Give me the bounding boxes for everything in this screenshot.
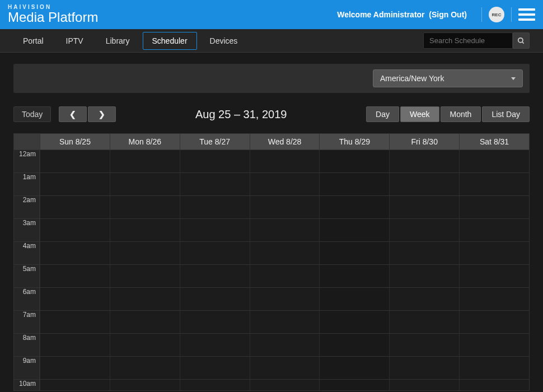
search-button[interactable] (513, 32, 530, 49)
calendar-cell[interactable] (319, 357, 389, 379)
calendar-cell[interactable] (180, 219, 250, 241)
calendar-cell[interactable] (180, 196, 250, 218)
day-header: Fri 8/30 (389, 134, 459, 150)
calendar-cell[interactable] (389, 150, 459, 172)
calendar-cell[interactable] (40, 173, 110, 195)
calendar-cell[interactable] (110, 242, 180, 264)
calendar-cell[interactable] (40, 357, 110, 379)
calendar-cell[interactable] (40, 242, 110, 264)
calendar-cell[interactable] (180, 265, 250, 287)
calendar-cell[interactable] (110, 173, 180, 195)
calendar-cell[interactable] (180, 288, 250, 310)
calendar-cell[interactable] (250, 288, 320, 310)
calendar-cell[interactable] (459, 311, 529, 333)
calendar-cell[interactable] (319, 334, 389, 356)
calendar-cell[interactable] (319, 380, 389, 390)
calendar-cell[interactable] (40, 265, 110, 287)
calendar-cell[interactable] (180, 311, 250, 333)
calendar-cell[interactable] (180, 380, 250, 390)
hour-row: 5am (14, 264, 529, 287)
calendar-cell[interactable] (459, 150, 529, 172)
calendar-cell[interactable] (40, 380, 110, 390)
calendar-cell[interactable] (319, 242, 389, 264)
calendar-cell[interactable] (459, 196, 529, 218)
calendar-cell[interactable] (319, 219, 389, 241)
calendar-cell[interactable] (389, 288, 459, 310)
calendar-cell[interactable] (40, 150, 110, 172)
calendar-cell[interactable] (180, 334, 250, 356)
calendar-cell[interactable] (250, 311, 320, 333)
timezone-select[interactable]: America/New York (373, 69, 523, 87)
calendar-cell[interactable] (40, 288, 110, 310)
nav-tab-devices[interactable]: Devices (200, 32, 247, 50)
calendar-cell[interactable] (459, 357, 529, 379)
calendar-cell[interactable] (110, 380, 180, 390)
calendar-cell[interactable] (250, 150, 320, 172)
calendar-cell[interactable] (459, 173, 529, 195)
calendar-cell[interactable] (319, 311, 389, 333)
calendar-cell[interactable] (40, 196, 110, 218)
calendar-cell[interactable] (319, 196, 389, 218)
calendar-cell[interactable] (459, 380, 529, 390)
nav-tab-portal[interactable]: Portal (13, 32, 53, 50)
calendar-cell[interactable] (250, 380, 320, 390)
rec-badge[interactable]: REC (489, 7, 504, 22)
calendar-cell[interactable] (459, 219, 529, 241)
calendar-cell[interactable] (250, 265, 320, 287)
calendar-cell[interactable] (110, 219, 180, 241)
calendar-cell[interactable] (180, 357, 250, 379)
nav-tab-scheduler[interactable]: Scheduler (143, 32, 197, 50)
calendar-cell[interactable] (110, 196, 180, 218)
calendar-cell[interactable] (250, 334, 320, 356)
view-button-week[interactable]: Week (400, 106, 439, 122)
calendar-cell[interactable] (250, 196, 320, 218)
calendar-cell[interactable] (389, 173, 459, 195)
calendar-cell[interactable] (180, 150, 250, 172)
calendar-cell[interactable] (250, 219, 320, 241)
time-gutter-header (14, 134, 40, 150)
calendar-cell[interactable] (250, 173, 320, 195)
nav-tab-iptv[interactable]: IPTV (57, 32, 93, 50)
view-button-day[interactable]: Day (366, 106, 399, 122)
calendar-cell[interactable] (110, 265, 180, 287)
calendar-cell[interactable] (180, 242, 250, 264)
nav-tab-library[interactable]: Library (96, 32, 139, 50)
prev-button[interactable]: ❮ (59, 106, 87, 122)
calendar-cell[interactable] (40, 334, 110, 356)
calendar-cell[interactable] (459, 242, 529, 264)
calendar-cell[interactable] (40, 219, 110, 241)
calendar-cell[interactable] (389, 265, 459, 287)
calendar-cell[interactable] (459, 288, 529, 310)
calendar-cell[interactable] (250, 242, 320, 264)
calendar-cell[interactable] (110, 311, 180, 333)
calendar-cell[interactable] (250, 357, 320, 379)
calendar-cell[interactable] (389, 196, 459, 218)
calendar-body[interactable]: 12am1am2am3am4am5am6am7am8am9am10am (14, 150, 529, 390)
next-button[interactable]: ❯ (88, 106, 116, 122)
calendar-cell[interactable] (389, 334, 459, 356)
calendar-cell[interactable] (389, 357, 459, 379)
calendar-cell[interactable] (180, 173, 250, 195)
menu-icon[interactable] (518, 8, 535, 21)
calendar-cell[interactable] (319, 288, 389, 310)
search-input[interactable] (423, 32, 513, 49)
time-label: 1am (14, 173, 40, 195)
sign-out-link[interactable]: (Sign Out) (429, 10, 467, 19)
calendar-cell[interactable] (319, 265, 389, 287)
calendar-cell[interactable] (389, 380, 459, 390)
today-button[interactable]: Today (13, 106, 51, 122)
calendar-cell[interactable] (459, 265, 529, 287)
calendar-cell[interactable] (319, 173, 389, 195)
view-button-list-day[interactable]: List Day (482, 106, 530, 122)
calendar-cell[interactable] (389, 311, 459, 333)
calendar-cell[interactable] (110, 150, 180, 172)
calendar-cell[interactable] (319, 150, 389, 172)
calendar-cell[interactable] (40, 311, 110, 333)
calendar-cell[interactable] (110, 357, 180, 379)
calendar-cell[interactable] (389, 242, 459, 264)
calendar-cell[interactable] (110, 288, 180, 310)
calendar-cell[interactable] (389, 219, 459, 241)
view-button-month[interactable]: Month (441, 106, 481, 122)
calendar-cell[interactable] (110, 334, 180, 356)
calendar-cell[interactable] (459, 334, 529, 356)
